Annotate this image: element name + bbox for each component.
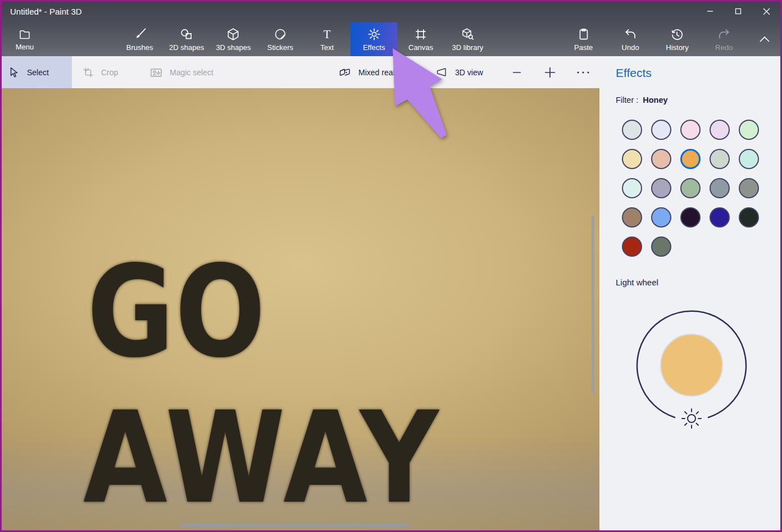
redo-icon <box>717 27 731 42</box>
tab-label: Text <box>320 43 334 52</box>
filter-swatch-grid <box>617 115 768 261</box>
light-wheel-label: Light wheel <box>616 278 658 287</box>
tab-label: Effects <box>363 43 385 52</box>
filter-swatch-18[interactable] <box>710 207 730 228</box>
window-title: Untitled* - Paint 3D <box>10 7 82 16</box>
text-icon: T <box>320 27 334 42</box>
filter-swatch-13[interactable] <box>710 178 730 198</box>
filter-swatch-12[interactable] <box>680 178 701 198</box>
history-icon <box>670 27 684 42</box>
canvas-text-line2: AWAY <box>83 395 442 521</box>
chevron-up-icon <box>759 36 770 43</box>
paint3d-window: Untitled* - Paint 3D Menu <box>0 0 782 532</box>
tab-effects[interactable]: Effects <box>351 22 397 56</box>
more-options-button[interactable] <box>571 62 595 83</box>
plus-icon <box>543 66 557 79</box>
magic-select-tool[interactable]: Magic select <box>142 56 237 88</box>
effects-icon <box>367 27 381 42</box>
maximize-icon <box>735 8 742 15</box>
tab-label: Canvas <box>408 43 433 52</box>
filter-swatch-3[interactable] <box>710 120 730 140</box>
magic-select-label: Magic select <box>170 68 213 77</box>
paste-icon <box>576 27 591 42</box>
tab-brushes[interactable]: Brushes <box>116 22 163 56</box>
stickers-icon <box>273 27 288 42</box>
canvas[interactable]: GO AWAY <box>0 88 599 532</box>
tab-3d-shapes[interactable]: 3D shapes <box>210 22 257 56</box>
folder-icon <box>18 28 31 41</box>
undo-button[interactable]: Undo <box>607 22 653 56</box>
filter-swatch-20[interactable] <box>622 237 642 257</box>
select-tool[interactable]: Select <box>0 56 72 88</box>
vertical-scrollbar[interactable] <box>592 215 594 393</box>
panel-title: Effects <box>616 66 652 80</box>
tab-label: Brushes <box>126 43 153 52</box>
filter-swatch-4[interactable] <box>739 120 759 140</box>
filter-swatch-17[interactable] <box>680 207 701 228</box>
svg-text:T: T <box>324 28 331 40</box>
header: Untitled* - Paint 3D Menu <box>0 0 782 56</box>
mixed-reality-button[interactable]: Mixed reality <box>330 56 423 88</box>
filter-row: Filter :Honey <box>616 96 668 104</box>
ellipsis-icon <box>576 70 590 75</box>
light-wheel-color <box>661 334 722 396</box>
tab-3d-library[interactable]: 3D library <box>444 22 491 56</box>
brush-icon <box>133 27 147 42</box>
filter-swatch-14[interactable] <box>739 178 759 198</box>
tab-label: 2D shapes <box>169 43 204 52</box>
filter-swatch-5[interactable] <box>622 149 642 169</box>
close-icon <box>763 8 770 15</box>
effects-panel: Effects Filter :Honey Light wheel <box>599 56 782 532</box>
tab-stickers[interactable]: Stickers <box>257 22 303 56</box>
collapse-ribbon-button[interactable] <box>753 29 776 49</box>
zoom-out-button[interactable] <box>504 62 529 83</box>
tab-2d-shapes[interactable]: 2D shapes <box>163 22 210 56</box>
tab-canvas[interactable]: Canvas <box>397 22 444 56</box>
horizontal-scrollbar[interactable] <box>180 524 410 526</box>
filter-swatch-10[interactable] <box>622 178 642 198</box>
sun-icon <box>682 409 701 428</box>
minimize-icon <box>707 8 713 15</box>
action-label: History <box>666 43 688 52</box>
3d-library-icon <box>460 27 475 42</box>
maximize-button[interactable] <box>724 2 752 21</box>
filter-swatch-7[interactable] <box>680 149 701 169</box>
crop-label: Crop <box>101 68 118 77</box>
filter-swatch-15[interactable] <box>622 207 642 228</box>
filter-swatch-0[interactable] <box>622 120 642 140</box>
canvas-toolbar: Select Crop Magic select Mixe <box>0 56 599 88</box>
undo-icon <box>623 27 638 42</box>
tab-text[interactable]: T Text <box>304 22 351 56</box>
filter-swatch-8[interactable] <box>710 149 730 169</box>
mixed-reality-label: Mixed reality <box>358 68 403 77</box>
filter-swatch-19[interactable] <box>739 207 759 228</box>
filter-swatch-2[interactable] <box>680 120 701 140</box>
3d-shapes-icon <box>226 27 240 42</box>
paste-button[interactable]: Paste <box>560 22 607 56</box>
3d-view-label: 3D view <box>455 68 483 77</box>
minus-icon <box>511 66 523 79</box>
2d-shapes-icon <box>179 27 194 42</box>
close-button[interactable] <box>752 2 780 21</box>
filter-swatch-6[interactable] <box>651 149 671 169</box>
filter-swatch-9[interactable] <box>739 149 759 169</box>
3d-view-icon <box>435 66 448 79</box>
history-button[interactable]: History <box>654 22 701 56</box>
filter-swatch-21[interactable] <box>651 237 671 257</box>
redo-button[interactable]: Redo <box>701 22 747 56</box>
light-wheel[interactable] <box>629 303 755 429</box>
filter-swatch-1[interactable] <box>651 120 671 140</box>
mixed-reality-icon <box>338 66 352 79</box>
select-label: Select <box>27 68 49 77</box>
window-controls <box>696 2 780 21</box>
ribbon-tabs: Brushes 2D shapes 3D shapes <box>116 22 491 56</box>
crop-tool[interactable]: Crop <box>74 56 140 88</box>
menu-button[interactable]: Menu <box>9 22 40 56</box>
tab-label: Stickers <box>267 43 293 52</box>
3d-view-button[interactable]: 3D view <box>427 56 492 88</box>
minimize-button[interactable] <box>696 2 724 21</box>
cursor-icon <box>8 66 20 79</box>
zoom-in-button[interactable] <box>538 62 562 83</box>
filter-swatch-16[interactable] <box>651 207 671 228</box>
filter-swatch-11[interactable] <box>651 178 671 198</box>
